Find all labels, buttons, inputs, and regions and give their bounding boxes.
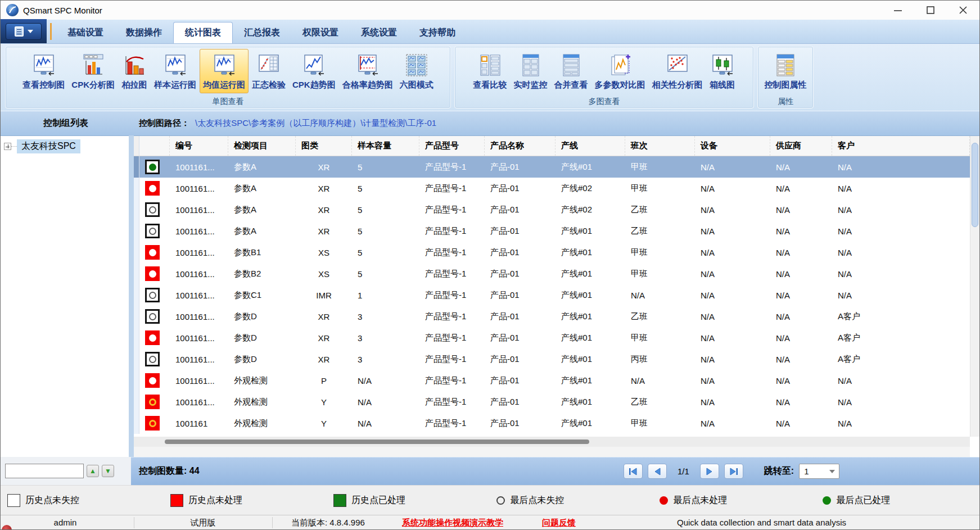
legend-label: 历史点未失控 — [25, 495, 79, 506]
cell-样本容量: 5 — [352, 156, 419, 178]
menu-item-权限设置[interactable]: 权限设置 — [291, 22, 350, 43]
cell-样本容量: 3 — [352, 306, 419, 327]
table-row[interactable]: 1001161...参数B1XS5产品型号-1产品-01产线#01甲班N/AN/… — [134, 242, 970, 263]
table-row[interactable]: 1001161...外观检测YN/A产品型号-1产品-01产线#01乙班N/AN… — [134, 391, 970, 413]
cell-设备: N/A — [695, 156, 770, 178]
ribbon-button-合并查看[interactable]: 合并查看 — [551, 49, 591, 93]
minimize-button[interactable] — [882, 1, 914, 20]
column-header-编号[interactable]: 编号 — [170, 136, 228, 156]
legend-square-icon — [7, 494, 20, 507]
column-header-产线[interactable]: 产线 — [556, 136, 625, 156]
panel-splitter[interactable] — [129, 135, 134, 457]
column-header-供应商[interactable]: 供应商 — [770, 136, 832, 156]
menu-item-数据操作[interactable]: 数据操作 — [115, 22, 173, 43]
menu-item-基础设置[interactable]: 基础设置 — [56, 22, 115, 43]
ribbon-button-控制图属性[interactable]: 控制图属性 — [761, 49, 810, 93]
table-row[interactable]: 1001161...参数AXR5产品型号-1产品-01产线#02甲班N/AN/A… — [134, 178, 970, 199]
tree-item-root[interactable]: 太友科技SPC — [4, 139, 129, 153]
menu-item-汇总报表[interactable]: 汇总报表 — [233, 22, 291, 43]
ribbon-button-样本运行图[interactable]: 样本运行图 — [151, 49, 200, 93]
vertical-scrollbar-thumb[interactable] — [972, 143, 978, 227]
column-header-检测项目[interactable]: 检测项目 — [228, 136, 296, 156]
status-white-square-green-dot-icon — [145, 160, 160, 174]
chart-properties-icon — [773, 52, 798, 78]
table-row[interactable]: 1001161外观检测YN/A产品型号-1产品-01产线#01甲班N/AN/AN… — [134, 413, 970, 434]
cell-产线: 产线#01 — [556, 306, 625, 327]
ribbon-button-多参数对比图[interactable]: 多参数对比图 — [591, 49, 649, 93]
next-page-button[interactable] — [700, 464, 719, 479]
cell-班次: 甲班 — [625, 156, 695, 178]
tree-root-label[interactable]: 太友科技SPC — [17, 139, 80, 153]
cell-产品型号: 产品型号-1 — [419, 284, 485, 306]
column-header-设备[interactable]: 设备 — [695, 136, 770, 156]
chart-path-value[interactable]: \太友科技SPC\参考案例（以工序顺序构建）\计量型检测\工序-01 — [195, 118, 436, 129]
ribbon-group-label: 属性 — [758, 96, 813, 108]
ribbon-button-合格率趋势图[interactable]: 合格率趋势图 — [339, 49, 396, 93]
table-row[interactable]: 1001161...参数B2XS5产品型号-1产品-01产线#01甲班N/AN/… — [134, 263, 970, 284]
cell-编号: 1001161... — [170, 348, 228, 370]
status-white-square-outline-dot-icon — [145, 352, 160, 366]
ribbon-button-CPK分析图[interactable]: CPK分析图 — [68, 49, 118, 93]
cell-编号: 1001161... — [170, 220, 228, 242]
filter-input[interactable] — [5, 464, 84, 478]
ribbon-button-正态检验[interactable]: 正态检验 — [249, 49, 289, 93]
table-row[interactable]: 1001161...参数AXR5产品型号-1产品-01产线#01甲班N/AN/A… — [134, 156, 970, 178]
column-header-客户[interactable]: 客户 — [832, 136, 970, 156]
column-header-班次[interactable]: 班次 — [625, 136, 695, 156]
column-header-status[interactable] — [139, 136, 170, 156]
table-body: 1001161...参数AXR5产品型号-1产品-01产线#01甲班N/AN/A… — [134, 156, 970, 437]
column-header-图类[interactable]: 图类 — [296, 136, 352, 156]
ribbon-button-label: 柏拉图 — [122, 80, 147, 90]
column-header-产品名称[interactable]: 产品名称 — [485, 136, 556, 156]
ribbon-button-查看比较[interactable]: 查看比较 — [470, 49, 511, 93]
cell-编号: 1001161... — [170, 284, 228, 306]
cell-供应商: N/A — [770, 263, 832, 284]
ribbon-button-六图模式[interactable]: 六图模式 — [396, 49, 437, 93]
menu-item-统计图表[interactable]: 统计图表 — [173, 22, 233, 43]
table-row[interactable]: 1001161...参数AXR5产品型号-1产品-01产线#01乙班N/AN/A… — [134, 220, 970, 242]
vertical-scrollbar[interactable] — [970, 136, 979, 437]
menu-item-支持帮助[interactable]: 支持帮助 — [408, 22, 467, 43]
jump-to-select[interactable]: 1 — [799, 464, 839, 479]
column-header-产品型号[interactable]: 产品型号 — [419, 136, 485, 156]
cell-样本容量: 5 — [352, 220, 419, 242]
app-menu-button[interactable] — [6, 23, 42, 40]
tree-expander-icon[interactable] — [4, 143, 11, 150]
menu-item-系统设置[interactable]: 系统设置 — [350, 22, 408, 43]
ribbon-button-柏拉图[interactable]: 柏拉图 — [118, 49, 151, 93]
ribbon-button-CPK趋势图[interactable]: CPK趋势图 — [289, 49, 339, 93]
feedback-link[interactable]: 问题反馈 — [542, 518, 576, 528]
ribbon-button-箱线图[interactable]: 箱线图 — [706, 49, 739, 93]
maximize-button[interactable] — [914, 1, 947, 20]
move-down-button[interactable]: ▼ — [102, 465, 114, 477]
last-page-button[interactable] — [724, 464, 743, 479]
table-row[interactable]: 1001161...参数DXR3产品型号-1产品-01产线#01乙班N/AN/A… — [134, 306, 970, 327]
cpk-analysis-icon — [80, 52, 106, 78]
close-button[interactable] — [947, 1, 979, 20]
table-row[interactable]: 1001161...参数AXR5产品型号-1产品-01产线#02乙班N/AN/A… — [134, 199, 970, 220]
ribbon-button-相关性分析图[interactable]: 相关性分析图 — [649, 49, 706, 93]
cell-产线: 产线#01 — [556, 348, 625, 370]
ribbon-button-label: 均值运行图 — [203, 80, 245, 90]
cell-产品名称: 产品-01 — [485, 156, 556, 178]
cell-样本容量: 5 — [352, 242, 419, 263]
ribbon-button-均值运行图[interactable]: 均值运行图 — [200, 49, 249, 93]
first-page-button[interactable] — [624, 464, 643, 479]
column-header-样本容量[interactable]: 样本容量 — [352, 136, 419, 156]
table-row[interactable]: 1001161...参数DXR3产品型号-1产品-01产线#01甲班N/AN/A… — [134, 327, 970, 348]
table-row[interactable]: 1001161...参数DXR3产品型号-1产品-01产线#01丙班N/AN/A… — [134, 348, 970, 370]
cell-检测项目: 外观检测 — [228, 391, 296, 413]
move-up-button[interactable]: ▲ — [87, 465, 99, 477]
ribbon-button-label: CPK趋势图 — [292, 80, 336, 90]
table-row[interactable]: 1001161...外观检测PN/A产品型号-1产品-01产线#01N/AN/A… — [134, 370, 970, 391]
video-tutorial-link[interactable]: 系统功能操作视频演示教学 — [402, 518, 503, 528]
ribbon-button-查看控制图[interactable]: 查看控制图 — [19, 49, 68, 93]
window-title: QSmart SPC Monitor — [23, 6, 102, 15]
ribbon-button-实时监控[interactable]: 实时监控 — [511, 49, 551, 93]
horizontal-scrollbar-thumb[interactable] — [165, 440, 589, 444]
previous-page-button[interactable] — [648, 464, 667, 479]
table-row[interactable]: 1001161...参数C1IMR1产品型号-1产品-01产线#01N/AN/A… — [134, 284, 970, 306]
cell-产品名称: 产品-01 — [485, 242, 556, 263]
cell-产线: 产线#01 — [556, 242, 625, 263]
horizontal-scrollbar[interactable] — [134, 437, 970, 447]
